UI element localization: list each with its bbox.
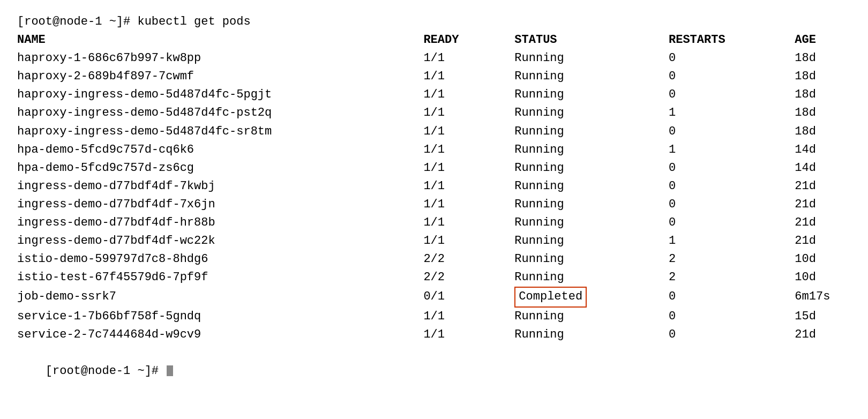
pod-name: ingress-demo-d77bdf4df-7x6jn	[17, 196, 423, 214]
pod-age: 18d	[795, 104, 851, 122]
pod-ready: 1/1	[423, 177, 514, 196]
pod-ready: 1/1	[423, 308, 514, 326]
pod-name: haproxy-ingress-demo-5d487d4fc-sr8tm	[17, 123, 423, 141]
command-line: [root@node-1 ~]# kubectl get pods	[17, 13, 851, 31]
pod-status: Running	[514, 177, 669, 196]
pod-age: 18d	[795, 49, 851, 68]
pod-age: 10d	[795, 268, 851, 287]
pod-age: 14d	[795, 141, 851, 159]
pod-ready: 1/1	[423, 326, 514, 344]
col-header-name: NAME	[17, 31, 423, 49]
pod-restarts: 0	[669, 123, 795, 141]
pod-status: Running	[514, 104, 669, 122]
pod-ready: 2/2	[423, 250, 514, 268]
pod-ready: 1/1	[423, 86, 514, 104]
pod-status: Running	[514, 326, 669, 344]
pod-name: ingress-demo-d77bdf4df-7kwbj	[17, 177, 423, 196]
pod-restarts: 1	[669, 232, 795, 250]
pod-restarts: 0	[669, 308, 795, 326]
pod-age: 6m17s	[795, 287, 851, 307]
table-row: haproxy-ingress-demo-5d487d4fc-sr8tm1/1R…	[17, 123, 851, 141]
table-row: haproxy-ingress-demo-5d487d4fc-5pgjt1/1R…	[17, 86, 851, 104]
table-row: hpa-demo-5fcd9c757d-zs6cg1/1Running014d	[17, 159, 851, 177]
pod-table: NAME READY STATUS RESTARTS AGE haproxy-1…	[17, 31, 851, 344]
table-row: istio-test-67f45579d6-7pf9f2/2Running210…	[17, 268, 851, 287]
pod-name: job-demo-ssrk7	[17, 287, 423, 307]
pod-name: service-2-7c7444684d-w9cv9	[17, 326, 423, 344]
table-row: haproxy-1-686c67b997-kw8pp1/1Running018d	[17, 49, 851, 68]
pod-ready: 1/1	[423, 141, 514, 159]
pod-age: 21d	[795, 196, 851, 214]
pod-ready: 1/1	[423, 49, 514, 68]
pod-name: haproxy-1-686c67b997-kw8pp	[17, 49, 423, 68]
pod-status: Running	[514, 308, 669, 326]
pod-status: Running	[514, 68, 669, 86]
pod-age: 14d	[795, 159, 851, 177]
pod-status: Running	[514, 268, 669, 287]
pod-restarts: 0	[669, 287, 795, 307]
pod-status: Running	[514, 196, 669, 214]
table-row: istio-demo-599797d7c8-8hdg62/2Running210…	[17, 250, 851, 268]
pod-age: 18d	[795, 68, 851, 86]
pod-restarts: 1	[669, 104, 795, 122]
pod-name: hpa-demo-5fcd9c757d-cq6k6	[17, 141, 423, 159]
pod-name: haproxy-ingress-demo-5d487d4fc-5pgjt	[17, 86, 423, 104]
col-header-restarts: RESTARTS	[669, 31, 795, 49]
pod-name: istio-test-67f45579d6-7pf9f	[17, 268, 423, 287]
pod-age: 21d	[795, 214, 851, 232]
table-row: haproxy-2-689b4f897-7cwmf1/1Running018d	[17, 68, 851, 86]
table-row: ingress-demo-d77bdf4df-hr88b1/1Running02…	[17, 214, 851, 232]
table-row: job-demo-ssrk70/1Completed06m17s	[17, 287, 851, 307]
pod-ready: 1/1	[423, 214, 514, 232]
pod-restarts: 0	[669, 326, 795, 344]
pod-restarts: 2	[669, 250, 795, 268]
pod-name: haproxy-ingress-demo-5d487d4fc-pst2q	[17, 104, 423, 122]
pod-status: Running	[514, 49, 669, 68]
pod-status: Running	[514, 141, 669, 159]
pod-restarts: 0	[669, 214, 795, 232]
pod-name: ingress-demo-d77bdf4df-hr88b	[17, 214, 423, 232]
pod-restarts: 0	[669, 86, 795, 104]
pod-ready: 1/1	[423, 159, 514, 177]
pod-status: Running	[514, 123, 669, 141]
pod-status: Running	[514, 250, 669, 268]
pod-name: haproxy-2-689b4f897-7cwmf	[17, 68, 423, 86]
pod-name: service-1-7b66bf758f-5gndq	[17, 308, 423, 326]
pod-age: 10d	[795, 250, 851, 268]
table-row: ingress-demo-d77bdf4df-wc22k1/1Running12…	[17, 232, 851, 250]
pod-ready: 2/2	[423, 268, 514, 287]
prompt-text: [root@node-1 ~]#	[46, 364, 166, 378]
pod-ready: 1/1	[423, 104, 514, 122]
pod-ready: 1/1	[423, 232, 514, 250]
pod-restarts: 0	[669, 177, 795, 196]
pod-restarts: 2	[669, 268, 795, 287]
pod-name: ingress-demo-d77bdf4df-wc22k	[17, 232, 423, 250]
table-header-row: NAME READY STATUS RESTARTS AGE	[17, 31, 851, 49]
pod-age: 18d	[795, 123, 851, 141]
pod-restarts: 0	[669, 49, 795, 68]
table-row: service-2-7c7444684d-w9cv91/1Running021d	[17, 326, 851, 344]
pod-restarts: 0	[669, 196, 795, 214]
pod-age: 15d	[795, 308, 851, 326]
pod-age: 21d	[795, 326, 851, 344]
pod-status: Running	[514, 159, 669, 177]
table-row: hpa-demo-5fcd9c757d-cq6k61/1Running114d	[17, 141, 851, 159]
pod-name: hpa-demo-5fcd9c757d-zs6cg	[17, 159, 423, 177]
pod-ready: 1/1	[423, 68, 514, 86]
pod-restarts: 0	[669, 68, 795, 86]
pod-age: 21d	[795, 232, 851, 250]
table-row: ingress-demo-d77bdf4df-7kwbj1/1Running02…	[17, 177, 851, 196]
pod-status: Running	[514, 214, 669, 232]
pod-age: 21d	[795, 177, 851, 196]
pod-age: 18d	[795, 86, 851, 104]
col-header-status: STATUS	[514, 31, 669, 49]
pod-restarts: 0	[669, 159, 795, 177]
pod-ready: 1/1	[423, 123, 514, 141]
col-header-age: AGE	[795, 31, 851, 49]
pod-status: Completed	[514, 287, 669, 307]
prompt-line: [root@node-1 ~]#	[17, 344, 851, 399]
pod-ready: 0/1	[423, 287, 514, 307]
terminal: [root@node-1 ~]# kubectl get pods NAME R…	[17, 13, 851, 399]
table-row: ingress-demo-d77bdf4df-7x6jn1/1Running02…	[17, 196, 851, 214]
pod-ready: 1/1	[423, 196, 514, 214]
